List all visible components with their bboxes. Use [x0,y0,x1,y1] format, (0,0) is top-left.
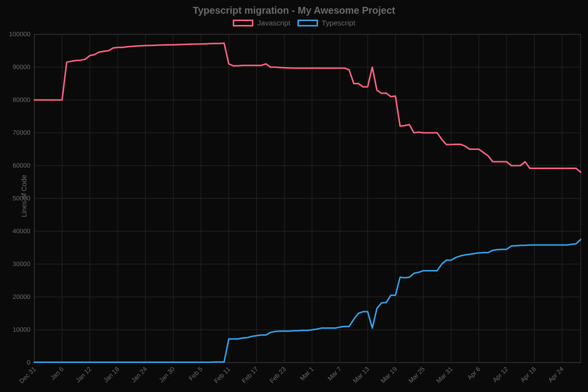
legend-item-javascript[interactable]: Javascript [233,19,291,27]
svg-text:Jan 30: Jan 30 [157,366,176,384]
svg-text:Mar 1: Mar 1 [298,366,315,382]
svg-text:100000: 100000 [9,30,30,38]
chart-svg: 0100002000030000400005000060000700008000… [0,0,588,392]
legend-swatch-javascript [233,20,253,26]
legend-label-javascript: Javascript [257,19,291,27]
svg-text:Feb 5: Feb 5 [187,366,204,382]
svg-text:10000: 10000 [13,326,30,333]
svg-text:Feb 17: Feb 17 [240,366,259,385]
svg-text:Apr 6: Apr 6 [466,366,482,382]
chart-title: Typescript migration - My Awesome Projec… [0,5,588,16]
svg-text:70000: 70000 [13,129,30,136]
chart-container: Typescript migration - My Awesome Projec… [0,0,588,392]
svg-text:Jan 12: Jan 12 [74,366,93,384]
svg-text:Mar 25: Mar 25 [407,366,426,385]
svg-text:Dec 31: Dec 31 [18,366,37,385]
svg-text:60000: 60000 [13,162,30,169]
svg-text:Mar 19: Mar 19 [379,366,398,385]
svg-text:30000: 30000 [13,260,30,268]
svg-text:Feb 11: Feb 11 [213,366,232,385]
svg-text:Mar 13: Mar 13 [351,366,370,385]
legend-label-typescript: Typescript [322,19,355,27]
svg-text:Jan 18: Jan 18 [102,366,121,384]
svg-text:Mar 31: Mar 31 [435,366,454,385]
svg-text:Mar 7: Mar 7 [326,366,343,382]
svg-text:Apr 24: Apr 24 [547,366,565,384]
svg-text:20000: 20000 [13,293,30,300]
svg-text:Jan 6: Jan 6 [49,366,65,382]
svg-text:40000: 40000 [13,227,30,235]
svg-text:0: 0 [27,359,30,366]
svg-text:Apr 18: Apr 18 [519,366,538,384]
svg-text:Jan 24: Jan 24 [130,366,148,384]
y-axis-label: Lines of Code [20,175,28,217]
svg-text:Feb 23: Feb 23 [268,366,287,385]
svg-text:Apr 12: Apr 12 [491,366,510,384]
legend: Javascript Typescript [0,19,588,27]
legend-swatch-typescript [297,20,318,26]
svg-text:90000: 90000 [13,63,30,71]
svg-text:80000: 80000 [13,96,30,103]
legend-item-typescript[interactable]: Typescript [297,19,355,27]
